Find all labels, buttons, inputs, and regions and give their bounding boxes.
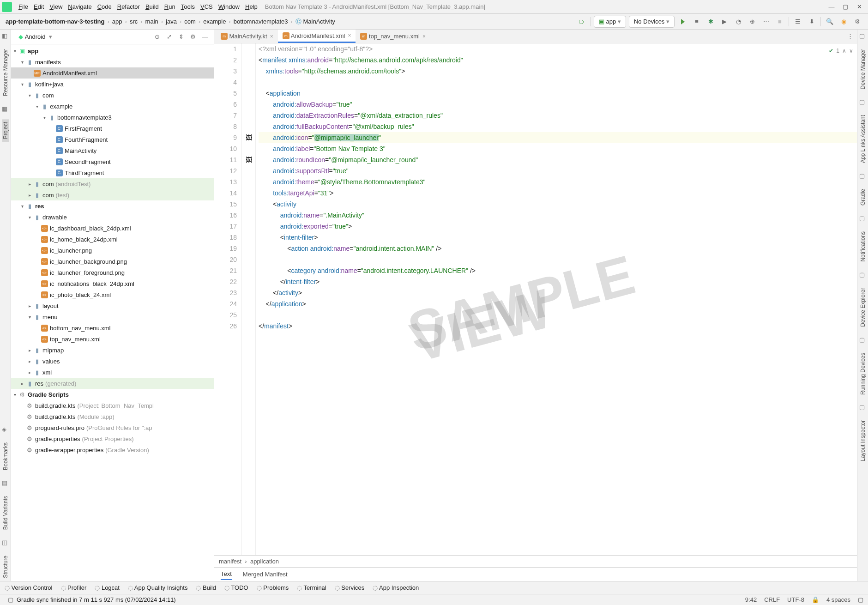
minimize-button[interactable]: ― [825, 2, 838, 12]
extra-action-icon[interactable]: ⋯ [760, 16, 772, 27]
right-tab[interactable]: Notifications [860, 229, 866, 264]
menu-view[interactable]: View [47, 2, 65, 12]
tree-item[interactable]: <>ic_dashboard_black_24dp.xml [11, 223, 214, 234]
tree-item[interactable]: ▾▮manifests [11, 56, 214, 67]
search-everywhere-icon[interactable]: 🔍 [824, 16, 835, 27]
build-variants-icon[interactable]: ▤ [2, 479, 9, 487]
bottom-tool-todo[interactable]: ◌ TODO [224, 584, 248, 591]
bottom-tool-logcat[interactable]: ◌ Logcat [95, 584, 120, 591]
caret-position[interactable]: 9:42 [745, 596, 757, 603]
tree-item[interactable]: ▸▮layout [11, 300, 214, 311]
coverage-icon[interactable]: ▶ [719, 16, 730, 27]
hide-panel-icon[interactable]: ― [200, 32, 210, 42]
debug-button[interactable]: ✱ [705, 16, 716, 27]
right-tab[interactable]: Gradle [860, 186, 866, 208]
bottom-tool-build[interactable]: ◌ Build [196, 584, 216, 591]
apply-changes-icon[interactable]: ≡ [691, 16, 702, 27]
right-tool-icon[interactable]: ▢ [859, 32, 867, 40]
tree-item[interactable]: ▸▮mipmap [11, 345, 214, 356]
tree-item[interactable]: CThirdFragment [11, 167, 214, 178]
breadcrumb-item[interactable]: Ⓒ MainActivity [294, 17, 337, 27]
line-separator[interactable]: CRLF [764, 596, 780, 603]
tree-item[interactable]: ▾▮bottomnavtemplate3 [11, 112, 214, 123]
left-tab-build-variants[interactable]: Build Variants [2, 493, 9, 532]
project-tree[interactable]: ▾▣app▾▮manifestsMFAndroidManifest.xml▾▮k… [11, 44, 214, 581]
menu-window[interactable]: Window [216, 2, 242, 12]
gutter-image-icon[interactable]: 🖼 [246, 134, 252, 141]
status-icon[interactable]: ▢ [6, 595, 15, 605]
breadcrumb-item[interactable]: app [110, 17, 124, 26]
tree-item[interactable]: ▾▮com [11, 90, 214, 101]
project-icon[interactable]: ▦ [2, 105, 9, 113]
bottom-tool-problems[interactable]: ◌ Problems [257, 584, 289, 591]
maximize-button[interactable]: ▢ [838, 2, 852, 12]
readonly-icon[interactable]: 🔒 [812, 596, 819, 603]
tree-item[interactable]: ▾▮drawable [11, 212, 214, 223]
tree-item[interactable]: ▸▮xml [11, 367, 214, 378]
close-tab-icon[interactable]: × [422, 33, 426, 40]
menu-edit[interactable]: Edit [31, 2, 47, 12]
tree-item[interactable]: <>ic_launcher_foreground.png [11, 267, 214, 278]
breadcrumb-item[interactable]: src [128, 17, 139, 26]
right-tool-icon[interactable]: ▢ [859, 215, 867, 222]
tree-item[interactable]: ⚙proguard-rules.pro(ProGuard Rules for "… [11, 422, 214, 433]
tree-item[interactable]: ⚙gradle.properties(Project Properties) [11, 433, 214, 444]
project-view-combo[interactable]: ◆ Android ▾ [14, 32, 57, 41]
editor-tab[interactable]: m top_nav_menu.xml× [356, 30, 430, 43]
breadcrumb-item[interactable]: java [164, 17, 179, 26]
tree-item[interactable]: ▾⚙Gradle Scripts [11, 389, 214, 400]
left-tab-structure[interactable]: Structure [2, 553, 9, 581]
menu-help[interactable]: Help [242, 2, 260, 12]
menu-code[interactable]: Code [95, 2, 115, 12]
tree-item[interactable]: ▸▮com(androidTest) [11, 178, 214, 189]
structure-icon[interactable]: ◫ [2, 539, 9, 546]
sdk-manager-icon[interactable]: ⬇ [806, 16, 817, 27]
tree-item[interactable]: CSecondFragment [11, 156, 214, 167]
bookmarks-icon[interactable]: ◈ [2, 426, 9, 433]
stop-button[interactable]: ■ [774, 16, 785, 27]
expand-all-icon[interactable]: ⤢ [164, 32, 174, 42]
right-tool-icon[interactable]: ▢ [859, 404, 867, 411]
gutter-image-icon[interactable]: 🖼 [246, 156, 252, 163]
left-tab-project[interactable]: Project [2, 119, 9, 142]
bottom-tool-services[interactable]: ◌ Services [335, 584, 364, 591]
breadcrumb-item[interactable]: app-template-bottom-nav-3-testing [4, 17, 107, 26]
menu-navigate[interactable]: Navigate [65, 2, 94, 12]
tree-item[interactable]: ▾▮example [11, 101, 214, 112]
tree-app[interactable]: ▾▣app [11, 45, 214, 56]
tree-item[interactable]: ▾▮menu [11, 311, 214, 322]
tree-item[interactable]: CMainActivity [11, 145, 214, 156]
left-tab-resource-manager[interactable]: Resource Manager [2, 46, 9, 99]
tree-manifest-file[interactable]: MFAndroidManifest.xml [11, 67, 214, 79]
breadcrumb-item[interactable]: main [144, 17, 160, 26]
settings-icon[interactable]: ⚙ [852, 16, 863, 27]
right-tool-icon[interactable]: ▢ [859, 336, 867, 344]
editor-tab[interactable]: m MainActivity.kt× [216, 30, 278, 43]
collapse-all-icon[interactable]: ⇕ [176, 32, 186, 42]
right-tab[interactable]: App Links Assistant [860, 112, 866, 166]
menu-refactor[interactable]: Refactor [115, 2, 143, 12]
right-tool-icon[interactable]: ▢ [859, 172, 867, 180]
tree-item[interactable]: <>ic_notifications_black_24dp.xml [11, 278, 214, 289]
avd-manager-icon[interactable]: ☰ [792, 16, 803, 27]
tree-item[interactable]: ▾▮kotlin+java [11, 79, 214, 90]
tree-item[interactable]: <>ic_home_black_24dp.xml [11, 234, 214, 245]
tree-item[interactable]: CFourthFragment [11, 134, 214, 145]
tree-item[interactable]: ⚙build.gradle.kts(Project: Bottom_Nav_Te… [11, 400, 214, 411]
bottom-tool-version-control[interactable]: ◌ Version Control [5, 584, 53, 591]
editor-tab[interactable]: m AndroidManifest.xml× [278, 30, 356, 43]
right-tab[interactable]: Device Explorer [860, 285, 866, 330]
breadcrumb-item[interactable]: example [201, 17, 228, 26]
code-editor[interactable]: 1234567891011121314151617181920212223242… [214, 43, 857, 555]
tab-menu-icon[interactable]: ⋮ [844, 31, 856, 42]
menu-vcs[interactable]: VCS [198, 2, 216, 12]
tree-item[interactable]: ⚙gradle-wrapper.properties(Gradle Versio… [11, 444, 214, 455]
right-tab[interactable]: Device Manager [860, 46, 866, 92]
indent-info[interactable]: 4 spaces [826, 596, 850, 603]
editor-breadcrumb[interactable]: manifest › application [214, 555, 857, 567]
sync-icon[interactable]: ⭯ [576, 16, 587, 27]
status-menu-icon[interactable]: ▢ [858, 596, 863, 603]
breadcrumb-item[interactable]: com [182, 17, 198, 26]
right-tool-icon[interactable]: ▢ [859, 98, 867, 106]
tree-item[interactable]: CFirstFragment [11, 123, 214, 134]
